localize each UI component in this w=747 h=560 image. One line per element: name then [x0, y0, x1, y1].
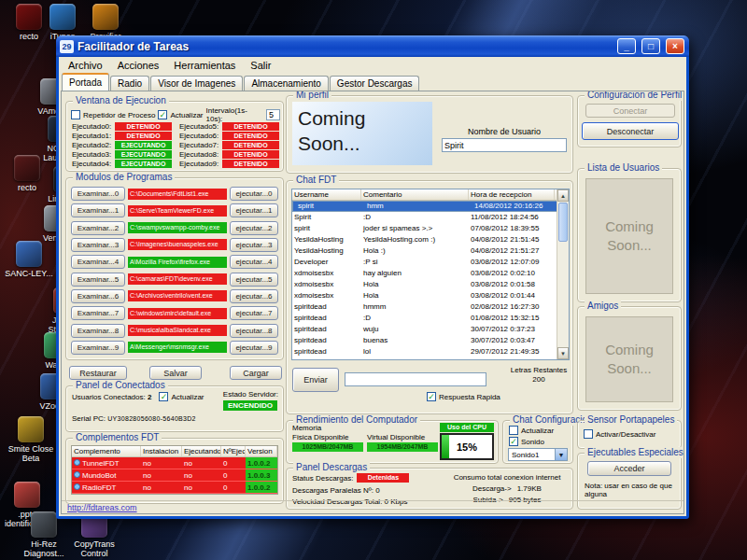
examinar-button[interactable]: Examinar...3 — [71, 238, 125, 252]
chatconfig-actualizar-checkbox[interactable]: Actualizar — [509, 426, 554, 435]
ejecutar-button[interactable]: ejecutar...8 — [230, 324, 278, 338]
maximize-button[interactable]: □ — [641, 38, 660, 54]
desconectar-button[interactable]: Desconectar — [582, 122, 679, 140]
exec-slot: Ejecutado8:DETENIDO — [179, 149, 279, 159]
tab-radio[interactable]: Radio — [110, 76, 149, 91]
restaurar-button[interactable]: Restaurar — [69, 366, 127, 380]
chat-row[interactable]: spiritdeadwuju30/07/2012 0:37:23 — [292, 324, 569, 335]
chat-row[interactable]: spiritjoder si spameas >.>07/08/2012 18:… — [292, 223, 569, 234]
ejecutar-button[interactable]: ejecutar...2 — [230, 221, 278, 235]
menu-item-acciones[interactable]: Acciones — [110, 59, 167, 72]
progress-fill — [442, 435, 449, 458]
chat-row[interactable]: xdmoisesbxhay alguien03/08/2012 0:02:10 — [292, 268, 569, 279]
intervalo-input[interactable] — [266, 109, 280, 120]
chat-row[interactable]: spiritdeadlol29/07/2012 21:49:35 — [292, 346, 569, 357]
examinar-button[interactable]: Examinar...7 — [71, 306, 125, 320]
menu-item-herramientas[interactable]: Herramientas — [166, 59, 243, 72]
window-titlebar[interactable]: 29 Facilitador de Tareas _ □ × — [56, 35, 689, 57]
tab-strip: PortadaRadioVisor de ImagenesAlmacenamie… — [59, 73, 686, 91]
module-row: Examinar...8C:\musica\albaSlandcat.exeej… — [71, 323, 278, 339]
tab-portada[interactable]: Portada — [62, 73, 109, 91]
examinar-button[interactable]: Examinar...0 — [71, 187, 125, 201]
website-link[interactable]: http://fdtareas.com — [67, 503, 137, 512]
serial-value: UY30828056080-5640B3D2 — [107, 415, 196, 422]
exec-status-grid: Ejecutado0:DETENIDOEjecutado1:DETENIDOEj… — [72, 121, 279, 168]
exec-slot: Ejecutado5:DETENIDO — [179, 121, 279, 131]
chat-time: 03/08/2012 0:02:10 — [469, 268, 555, 279]
chat-time: 04/08/2012 21:51:27 — [469, 245, 555, 257]
examinar-button[interactable]: Examinar...1 — [71, 203, 125, 217]
ejecutar-button[interactable]: ejecutar...9 — [230, 341, 278, 355]
examinar-button[interactable]: Examinar...9 — [71, 341, 125, 355]
menu-item-salir[interactable]: Salir — [243, 59, 278, 72]
ejecutar-button[interactable]: ejecutar...3 — [230, 238, 278, 252]
chat-row[interactable]: spiritdeadhmmm02/08/2012 16:27:30 — [292, 301, 569, 313]
ejecutar-button[interactable]: ejecutar...5 — [230, 273, 278, 287]
chat-row[interactable]: xdmoisesbxHola03/08/2012 0:01:44 — [292, 290, 569, 301]
complement-nejec: 0 — [221, 457, 246, 469]
username-input[interactable] — [442, 138, 567, 152]
exec-slot: Ejecutado3:EJECUTANDO — [72, 149, 172, 159]
desktop-icon[interactable]: SANC-LEY... — [2, 241, 56, 278]
sonido-select[interactable]: Sonido1 ▼ — [508, 448, 568, 461]
complement-row[interactable]: TunnelFDTnono01.0.0.2 — [72, 457, 277, 469]
complement-row[interactable]: RadioFDTnono01.0.0.2 — [72, 482, 277, 494]
group-panel-conectados: Panel de Conectados Usuarios Conectados:… — [65, 385, 284, 432]
chat-row[interactable]: Developer:P si03/08/2012 12:07:09 — [292, 257, 569, 268]
exec-slot-status: DETENIDO — [222, 122, 279, 131]
complement-row[interactable]: MundoBotnono01.0.0.3 — [72, 469, 277, 482]
examinar-button[interactable]: Examinar...2 — [71, 221, 125, 235]
tab-almacenamiento[interactable]: Almacenamiento — [244, 76, 328, 91]
tab-visor-de-imagenes[interactable]: Visor de Imagenes — [150, 76, 243, 91]
chat-row[interactable]: Spirit:D11/08/2012 18:24:56 — [292, 212, 569, 223]
chat-scrollbar[interactable]: ▲ ▼ — [557, 189, 569, 359]
chat-message-input[interactable] — [345, 372, 486, 386]
sensor-activar-checkbox[interactable]: Activar/Desactivar — [584, 429, 655, 439]
chat-row[interactable]: YesildaHostingYesildaHosting.com :)04/08… — [292, 234, 569, 245]
menu-item-archivo[interactable]: Archivo — [61, 59, 110, 72]
chat-comment: hay alguien — [361, 268, 469, 279]
enviar-button[interactable]: Enviar — [292, 368, 339, 392]
chat-comment: lol — [361, 346, 469, 357]
conectados-actualizar-checkbox[interactable]: Actualizar — [159, 392, 204, 401]
chat-row[interactable]: spiritdead:D01/08/2012 15:32:15 — [292, 313, 569, 324]
desktop-icon[interactable]: Smite Close Beta — [4, 416, 58, 463]
exec-actualizar-checkbox[interactable]: Actualizar — [158, 110, 203, 119]
acceder-button[interactable]: Acceder — [587, 461, 671, 476]
desktop-icon-label: Hi-Rez Diagnost... — [17, 539, 71, 558]
module-path: C:\windows\mirc\default.exe — [128, 308, 227, 319]
tab-gestor-descargas[interactable]: Gestor Descargas — [330, 76, 420, 91]
chat-comment: :P si — [361, 257, 469, 268]
ejecutar-button[interactable]: ejecutar...6 — [230, 289, 278, 303]
scroll-down-icon[interactable]: ▼ — [557, 347, 569, 359]
scroll-up-icon[interactable]: ▲ — [557, 189, 569, 202]
group-title-conectados: Panel de Conectados — [73, 380, 168, 391]
examinar-button[interactable]: Examinar...5 — [71, 273, 125, 287]
salvar-button[interactable]: Salvar — [149, 366, 202, 380]
scroll-thumb[interactable] — [558, 203, 568, 242]
cargar-button[interactable]: Cargar — [230, 366, 282, 380]
respuesta-rapida-checkbox[interactable]: Respuesta Rapida — [427, 392, 500, 401]
ejecutar-button[interactable]: ejecutar...1 — [230, 203, 278, 217]
module-path: C:\camaras\FDT\devenv.exe — [128, 273, 227, 285]
close-button[interactable]: × — [666, 38, 684, 54]
desktop-icon-glyph — [18, 416, 44, 442]
conectar-button[interactable]: Conectar — [585, 104, 675, 118]
repetidor-proceso-checkbox[interactable]: Repetidor de Proceso — [71, 110, 155, 119]
chat-row[interactable]: xdmoisesbxHola03/08/2012 0:01:58 — [292, 279, 569, 290]
chat-row[interactable]: spirithmm14/08/2012 20:16:26 — [292, 201, 569, 212]
ejecutar-button[interactable]: ejecutar...4 — [230, 255, 278, 269]
examinar-button[interactable]: Examinar...4 — [71, 255, 125, 269]
complement-name: RadioFDT — [72, 482, 141, 493]
group-title-perfil: Mi perfil — [293, 91, 331, 101]
group-rendimiento: Rendimiento del Computador Memoria Fisic… — [286, 420, 499, 464]
minimize-button[interactable]: _ — [617, 38, 636, 54]
examinar-button[interactable]: Examinar...8 — [71, 324, 125, 338]
ejecutar-button[interactable]: ejecutar...0 — [230, 187, 278, 201]
group-chat-configuracion: Chat Configuracion Actualizar Sonido Son… — [502, 420, 573, 464]
chat-row[interactable]: spiritdeadbuenas30/07/2012 0:03:47 — [292, 335, 569, 346]
sonido-checkbox[interactable]: Sonido — [509, 437, 544, 446]
ejecutar-button[interactable]: ejecutar...7 — [230, 306, 278, 320]
chat-row[interactable]: YesildaHostingHola :)04/08/2012 21:51:27 — [292, 245, 569, 257]
examinar-button[interactable]: Examinar...6 — [71, 289, 125, 303]
